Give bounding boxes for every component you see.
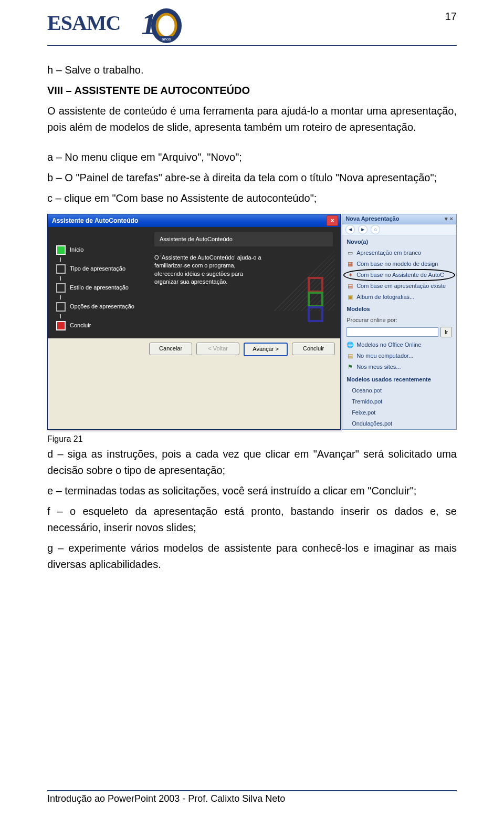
search-label: Procurar online por: (342, 315, 456, 326)
search-input[interactable] (346, 327, 438, 337)
paragraph-d: d – siga as instruções, pois a cada vez … (47, 446, 457, 479)
wizard-step-estilo: Estilo de apresentação (56, 281, 148, 295)
recent-item[interactable]: Ondulações.pot (342, 418, 456, 429)
nav-fwd-icon[interactable]: ► (358, 225, 368, 234)
logo: ESAMC 1 anos (47, 11, 184, 42)
wizard-icon: ✶ (346, 272, 354, 279)
nav-back-icon[interactable]: ◄ (345, 225, 355, 234)
footer-rule (47, 790, 457, 791)
tp-item-autocontent[interactable]: ✶Com base no Assistente de AutoC (342, 270, 456, 281)
paragraph-g: g – experimente vários modelos de assist… (47, 540, 457, 573)
next-button[interactable]: Avançar > (244, 343, 288, 356)
wizard-description: O 'Assistente de AutoConteúdo' ajuda-o a… (154, 254, 262, 286)
folder-icon: ▣ (346, 294, 354, 301)
paragraph-b: b – O "Painel de tarefas" abre-se à dire… (47, 170, 457, 186)
paragraph-f: f – o esqueleto da apresentação está pro… (47, 503, 457, 536)
close-pane-icon[interactable]: × (450, 214, 453, 223)
nav-home-icon[interactable]: ⌂ (371, 225, 380, 234)
globe-icon: 🌐 (346, 342, 354, 349)
taskpane-header: Nova Apresentação ▾ × (342, 214, 456, 224)
paragraph-a: a – No menu clique em "Arquivo", "Novo"; (47, 149, 457, 166)
wizard-step-concluir: Concluir (56, 318, 148, 333)
paragraph-c: c – clique em "Com base no Assistente de… (47, 190, 457, 206)
tp-link-my-computer[interactable]: ▤No meu computador... (342, 350, 456, 361)
wizard-steps: Início Tipo de apresentação Estilo de ap… (48, 227, 151, 338)
close-icon[interactable]: × (327, 215, 338, 226)
wizard-step-opcoes: Opções de apresentação (56, 299, 148, 314)
wizard-art-icon (272, 251, 335, 311)
recent-item[interactable]: Oceano.pot (342, 385, 456, 396)
presentation-icon: ▤ (346, 283, 354, 290)
recent-header: Modelos usados recentemente (342, 373, 456, 385)
logo-text: ESAMC (47, 11, 120, 35)
wizard-titlebar: Assistente de AutoConteúdo × (48, 214, 340, 227)
dropdown-icon[interactable]: ▾ (445, 214, 448, 223)
logo-badge-icon: 1 anos (140, 8, 182, 45)
page-number: 17 (445, 11, 457, 23)
paragraph-h: h – Salve o trabalho. (47, 62, 457, 78)
taskpane-title: Nova Apresentação (345, 214, 399, 223)
taskpane: Nova Apresentação ▾ × ◄ ► ⌂ Novo(a) ▭Apr… (342, 214, 457, 430)
wizard-step-tipo: Tipo de apresentação (56, 262, 148, 276)
tp-link-my-sites[interactable]: ⚑Nos meus sites... (342, 361, 456, 373)
cancel-button[interactable]: Cancelar (149, 343, 192, 355)
taskpane-nav: ◄ ► ⌂ (342, 224, 456, 235)
design-icon: ▦ (346, 261, 354, 268)
back-button[interactable]: < Voltar (196, 343, 239, 355)
recent-item[interactable]: Feixe.pot (342, 407, 456, 418)
computer-icon: ▤ (346, 353, 354, 360)
embedded-screenshot: Assistente de AutoConteúdo × Início Tipo… (47, 214, 457, 430)
finish-button[interactable]: Concluir (292, 343, 335, 355)
tp-link-office-online[interactable]: 🌐Modelos no Office Online (342, 339, 456, 350)
wizard-title: Assistente de AutoConteúdo (52, 216, 138, 226)
wizard-footer: Cancelar < Voltar Avançar > Concluir (48, 338, 340, 360)
paragraph-intro: O assistente de conteúdo é uma ferrament… (47, 103, 457, 136)
paragraph-e: e – terminadas todas as solicitações, vo… (47, 483, 457, 499)
novo-header: Novo(a) (342, 235, 456, 247)
wizard-dialog: Assistente de AutoConteúdo × Início Tipo… (47, 214, 341, 430)
recent-item[interactable]: Tremido.pot (342, 396, 456, 407)
svg-point-2 (157, 14, 176, 37)
modelos-header: Modelos (342, 303, 456, 315)
tp-item-existing[interactable]: ▤Com base em apresentação existe (342, 281, 456, 292)
tp-item-blank[interactable]: ▭Apresentação em branco (342, 247, 456, 258)
page-icon: ▭ (346, 250, 354, 257)
tp-item-photoalbum[interactable]: ▣Álbum de fotografias... (342, 292, 456, 303)
figure-caption: Figura 21 (47, 433, 457, 446)
sites-icon: ⚑ (346, 364, 354, 371)
footer-text: Introdução ao PowerPoint 2003 - Prof. Ca… (47, 793, 457, 804)
wizard-banner: Assistente de AutoConteúdo (154, 232, 333, 246)
search-go-button[interactable]: Ir (440, 327, 452, 337)
svg-text:anos: anos (162, 37, 171, 42)
section-title: VIII – ASSISTENTE DE AUTOCONTEÚDO (47, 82, 457, 99)
tp-item-design[interactable]: ▦Com base no modelo de design (342, 258, 456, 270)
wizard-step-inicio: Início (56, 243, 148, 257)
